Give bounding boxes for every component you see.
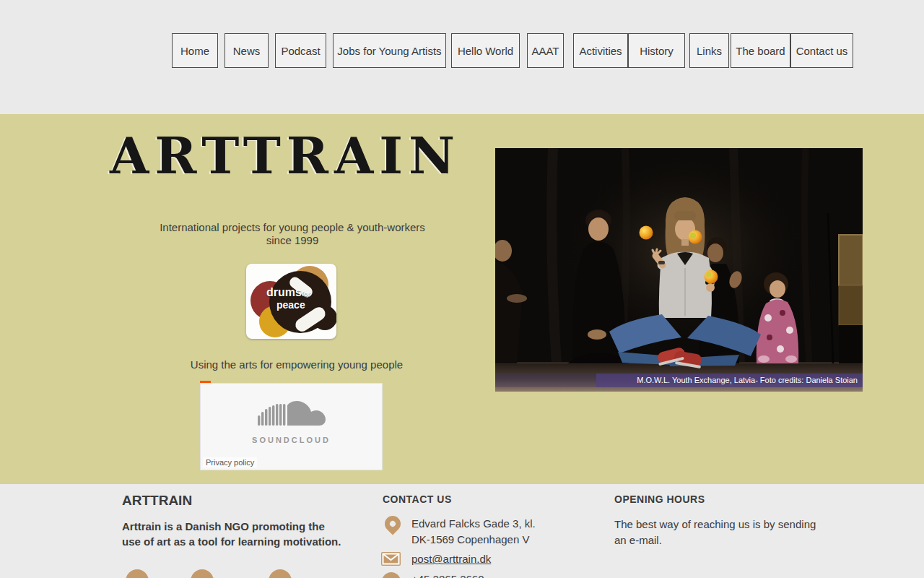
opening-hours-text: The best way of reaching us is by sendin… (614, 517, 816, 548)
soundcloud-brand-text: SOUNDCLOUD (201, 436, 382, 444)
footer-brand-title: ARTTRAIN (122, 493, 192, 509)
envelope-icon (381, 552, 401, 566)
hero-photo-juggler: M.O.W.L. Youth Exchange, Latvia- Foto cr… (495, 148, 863, 392)
juggler-photo-illustration: M.O.W.L. Youth Exchange, Latvia- Foto cr… (495, 148, 863, 392)
phone-icon (382, 572, 401, 578)
hours-line2: an e-mail. (614, 532, 816, 548)
hero-section: ARTTRAIN International projects for youn… (0, 114, 924, 484)
map-pin-icon (381, 512, 404, 535)
nav-item-news[interactable]: News (225, 33, 269, 68)
social-icon[interactable] (191, 569, 214, 578)
peace-word: peace (276, 300, 324, 311)
phone-number: +45 2865 2660 (411, 571, 484, 578)
soundcloud-logo-block: SOUNDCLOUD (201, 397, 382, 444)
email-link[interactable]: post@arttrain.dk (411, 551, 491, 567)
drums-word: drums (266, 286, 302, 298)
nav-item-podcast[interactable]: Podcast (275, 33, 326, 68)
soundcloud-cloud-icon (257, 397, 326, 430)
social-icon[interactable] (126, 569, 149, 578)
nav-item-aaat[interactable]: AAAT (527, 33, 564, 68)
nav-item-links[interactable]: Links (689, 33, 729, 68)
contact-address: Edvard Falcks Gade 3, kl. DK-1569 Copenh… (411, 516, 536, 547)
address-line2: DK-1569 Copenhagen V (411, 532, 536, 548)
contact-us-heading: CONTACT US (383, 493, 452, 505)
nav-item-hello-world[interactable]: Hello World (451, 33, 520, 68)
footer-brand-desc-line2: use of art as a tool for learning motiva… (122, 534, 341, 549)
for-word: for (302, 290, 310, 298)
main-navigation: Home News Podcast Jobs for Young Artists… (172, 33, 853, 68)
opening-hours-heading: OPENING HOURS (614, 493, 705, 505)
nav-item-contact-us[interactable]: Contact us (790, 33, 853, 68)
header-bar: Home News Podcast Jobs for Young Artists… (0, 0, 924, 114)
footer-brand-description: Arttrain is a Danish NGO promoting the u… (122, 519, 341, 549)
address-line1: Edvard Falcks Gade 3, kl. (411, 516, 536, 532)
nav-item-activities[interactable]: Activities (573, 33, 628, 68)
hours-line1: The best way of reaching us is by sendin… (614, 517, 816, 532)
tagline-line1: International projects for young people … (101, 221, 484, 234)
site-logo-title: ARTTRAIN (87, 127, 484, 185)
nav-item-the-board[interactable]: The board (731, 33, 790, 68)
photo-caption: M.O.W.L. Youth Exchange, Latvia- Foto cr… (637, 376, 858, 384)
privacy-policy-link[interactable]: Privacy policy (203, 457, 257, 467)
drums-for-peace-logo: drumsfor peace (246, 264, 336, 339)
tagline: International projects for young people … (101, 221, 484, 246)
footer: ARTTRAIN Arttrain is a Danish NGO promot… (0, 484, 924, 578)
tagline-line2: since 1999 (101, 234, 484, 247)
subtitle: Using the arts for empowering young peop… (101, 358, 492, 371)
nav-item-home[interactable]: Home (172, 33, 218, 68)
nav-item-jobs-for-young-artists[interactable]: Jobs for Young Artists (333, 33, 446, 68)
soundcloud-widget[interactable]: SOUNDCLOUD Privacy policy (200, 383, 383, 470)
footer-brand-desc-line1: Arttrain is a Danish NGO promoting the (122, 519, 341, 534)
social-icon[interactable] (269, 569, 292, 578)
drums-logo-text: drumsfor peace (266, 287, 324, 311)
nav-item-history[interactable]: History (628, 33, 685, 68)
